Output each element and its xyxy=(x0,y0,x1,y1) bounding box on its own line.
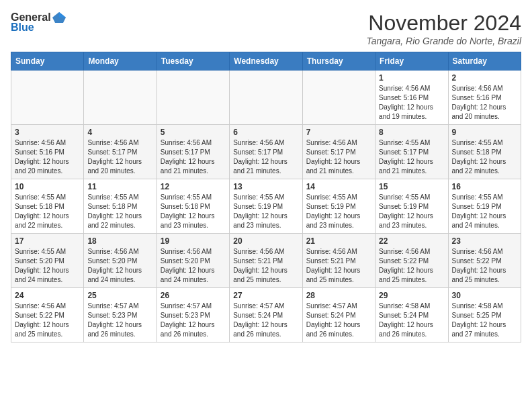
day-number: 1 xyxy=(379,73,444,83)
day-number: 30 xyxy=(452,291,517,300)
calendar-day-cell: 26Sunrise: 4:57 AM Sunset: 5:23 PM Dayli… xyxy=(157,288,229,342)
calendar-day-cell: 3Sunrise: 4:56 AM Sunset: 5:16 PM Daylig… xyxy=(11,125,84,179)
logo-blue-text: Blue xyxy=(11,21,34,34)
day-number: 20 xyxy=(233,236,298,246)
month-title: November 2024 xyxy=(366,11,521,36)
day-number: 13 xyxy=(233,182,298,191)
logo: General Blue xyxy=(11,11,67,34)
col-tuesday: Tuesday xyxy=(157,52,229,71)
day-number: 12 xyxy=(161,182,226,191)
day-number: 27 xyxy=(233,291,298,300)
calendar-week-row: 24Sunrise: 4:56 AM Sunset: 5:22 PM Dayli… xyxy=(11,288,521,342)
day-number: 9 xyxy=(452,128,517,137)
day-info: Sunrise: 4:55 AM Sunset: 5:19 PM Dayligh… xyxy=(379,193,444,230)
calendar-day-cell xyxy=(302,71,375,125)
day-info: Sunrise: 4:58 AM Sunset: 5:25 PM Dayligh… xyxy=(452,302,517,339)
day-info: Sunrise: 4:55 AM Sunset: 5:17 PM Dayligh… xyxy=(379,138,444,176)
calendar-day-cell: 16Sunrise: 4:55 AM Sunset: 5:19 PM Dayli… xyxy=(448,179,521,234)
col-thursday: Thursday xyxy=(302,52,375,71)
day-number: 29 xyxy=(379,291,444,300)
day-number: 17 xyxy=(15,236,80,246)
calendar-table: Sunday Monday Tuesday Wednesday Thursday… xyxy=(11,52,521,342)
calendar-day-cell: 5Sunrise: 4:56 AM Sunset: 5:17 PM Daylig… xyxy=(157,125,229,179)
day-number: 11 xyxy=(87,182,152,191)
day-number: 25 xyxy=(87,291,152,300)
day-number: 19 xyxy=(161,236,226,246)
col-monday: Monday xyxy=(84,52,157,71)
calendar-day-cell: 29Sunrise: 4:58 AM Sunset: 5:24 PM Dayli… xyxy=(375,288,448,342)
day-info: Sunrise: 4:56 AM Sunset: 5:16 PM Dayligh… xyxy=(15,138,80,176)
day-info: Sunrise: 4:56 AM Sunset: 5:22 PM Dayligh… xyxy=(15,302,80,339)
day-info: Sunrise: 4:56 AM Sunset: 5:16 PM Dayligh… xyxy=(379,84,444,122)
day-info: Sunrise: 4:56 AM Sunset: 5:17 PM Dayligh… xyxy=(87,138,152,176)
calendar-day-cell: 21Sunrise: 4:56 AM Sunset: 5:21 PM Dayli… xyxy=(302,234,375,288)
logo-icon xyxy=(52,11,66,24)
day-info: Sunrise: 4:57 AM Sunset: 5:24 PM Dayligh… xyxy=(306,302,371,339)
day-info: Sunrise: 4:55 AM Sunset: 5:18 PM Dayligh… xyxy=(15,193,80,230)
day-number: 10 xyxy=(15,182,80,191)
day-info: Sunrise: 4:56 AM Sunset: 5:16 PM Dayligh… xyxy=(452,84,517,122)
col-sunday: Sunday xyxy=(11,52,84,71)
calendar-day-cell: 17Sunrise: 4:55 AM Sunset: 5:20 PM Dayli… xyxy=(11,234,84,288)
calendar-day-cell: 12Sunrise: 4:55 AM Sunset: 5:18 PM Dayli… xyxy=(157,179,229,234)
calendar-header-row: Sunday Monday Tuesday Wednesday Thursday… xyxy=(11,52,521,71)
day-number: 15 xyxy=(379,182,444,191)
day-info: Sunrise: 4:56 AM Sunset: 5:20 PM Dayligh… xyxy=(161,247,226,285)
day-number: 28 xyxy=(306,291,371,300)
col-friday: Friday xyxy=(375,52,448,71)
day-info: Sunrise: 4:56 AM Sunset: 5:17 PM Dayligh… xyxy=(233,138,298,176)
calendar-day-cell xyxy=(11,71,84,125)
day-number: 23 xyxy=(452,236,517,246)
calendar-week-row: 10Sunrise: 4:55 AM Sunset: 5:18 PM Dayli… xyxy=(11,179,521,234)
calendar-day-cell: 6Sunrise: 4:56 AM Sunset: 5:17 PM Daylig… xyxy=(230,125,302,179)
day-info: Sunrise: 4:56 AM Sunset: 5:17 PM Dayligh… xyxy=(306,138,371,176)
calendar-day-cell: 1Sunrise: 4:56 AM Sunset: 5:16 PM Daylig… xyxy=(375,71,448,125)
calendar-day-cell: 2Sunrise: 4:56 AM Sunset: 5:16 PM Daylig… xyxy=(448,71,521,125)
day-info: Sunrise: 4:55 AM Sunset: 5:18 PM Dayligh… xyxy=(452,138,517,176)
day-number: 8 xyxy=(379,128,444,137)
day-info: Sunrise: 4:55 AM Sunset: 5:18 PM Dayligh… xyxy=(87,193,152,230)
calendar-day-cell: 23Sunrise: 4:56 AM Sunset: 5:22 PM Dayli… xyxy=(448,234,521,288)
day-number: 21 xyxy=(306,236,371,246)
calendar-day-cell xyxy=(230,71,302,125)
day-info: Sunrise: 4:56 AM Sunset: 5:20 PM Dayligh… xyxy=(87,247,152,285)
svg-marker-1 xyxy=(59,12,66,17)
day-number: 18 xyxy=(87,236,152,246)
day-info: Sunrise: 4:57 AM Sunset: 5:24 PM Dayligh… xyxy=(233,302,298,339)
calendar-day-cell: 30Sunrise: 4:58 AM Sunset: 5:25 PM Dayli… xyxy=(448,288,521,342)
calendar-day-cell: 10Sunrise: 4:55 AM Sunset: 5:18 PM Dayli… xyxy=(11,179,84,234)
day-info: Sunrise: 4:56 AM Sunset: 5:21 PM Dayligh… xyxy=(233,247,298,285)
location: Tangara, Rio Grande do Norte, Brazil xyxy=(366,36,521,46)
calendar-day-cell: 20Sunrise: 4:56 AM Sunset: 5:21 PM Dayli… xyxy=(230,234,302,288)
day-number: 6 xyxy=(233,128,298,137)
calendar-day-cell xyxy=(84,71,157,125)
day-number: 26 xyxy=(161,291,226,300)
calendar-day-cell: 14Sunrise: 4:55 AM Sunset: 5:19 PM Dayli… xyxy=(302,179,375,234)
title-section: November 2024 Tangara, Rio Grande do Nor… xyxy=(366,11,521,46)
calendar-day-cell xyxy=(157,71,229,125)
day-info: Sunrise: 4:55 AM Sunset: 5:20 PM Dayligh… xyxy=(15,247,80,285)
calendar-day-cell: 28Sunrise: 4:57 AM Sunset: 5:24 PM Dayli… xyxy=(302,288,375,342)
calendar-day-cell: 18Sunrise: 4:56 AM Sunset: 5:20 PM Dayli… xyxy=(84,234,157,288)
day-number: 22 xyxy=(379,236,444,246)
day-info: Sunrise: 4:57 AM Sunset: 5:23 PM Dayligh… xyxy=(87,302,152,339)
calendar-day-cell: 9Sunrise: 4:55 AM Sunset: 5:18 PM Daylig… xyxy=(448,125,521,179)
calendar-week-row: 3Sunrise: 4:56 AM Sunset: 5:16 PM Daylig… xyxy=(11,125,521,179)
col-wednesday: Wednesday xyxy=(230,52,302,71)
calendar-day-cell: 27Sunrise: 4:57 AM Sunset: 5:24 PM Dayli… xyxy=(230,288,302,342)
day-number: 3 xyxy=(15,128,80,137)
day-info: Sunrise: 4:55 AM Sunset: 5:19 PM Dayligh… xyxy=(233,193,298,230)
day-info: Sunrise: 4:56 AM Sunset: 5:21 PM Dayligh… xyxy=(306,247,371,285)
day-number: 4 xyxy=(87,128,152,137)
calendar-day-cell: 4Sunrise: 4:56 AM Sunset: 5:17 PM Daylig… xyxy=(84,125,157,179)
day-number: 16 xyxy=(452,182,517,191)
calendar-day-cell: 13Sunrise: 4:55 AM Sunset: 5:19 PM Dayli… xyxy=(230,179,302,234)
calendar-week-row: 17Sunrise: 4:55 AM Sunset: 5:20 PM Dayli… xyxy=(11,234,521,288)
day-info: Sunrise: 4:55 AM Sunset: 5:19 PM Dayligh… xyxy=(306,193,371,230)
day-number: 24 xyxy=(15,291,80,300)
col-saturday: Saturday xyxy=(448,52,521,71)
calendar-day-cell: 22Sunrise: 4:56 AM Sunset: 5:22 PM Dayli… xyxy=(375,234,448,288)
day-info: Sunrise: 4:57 AM Sunset: 5:23 PM Dayligh… xyxy=(161,302,226,339)
calendar-day-cell: 19Sunrise: 4:56 AM Sunset: 5:20 PM Dayli… xyxy=(157,234,229,288)
day-number: 2 xyxy=(452,73,517,83)
